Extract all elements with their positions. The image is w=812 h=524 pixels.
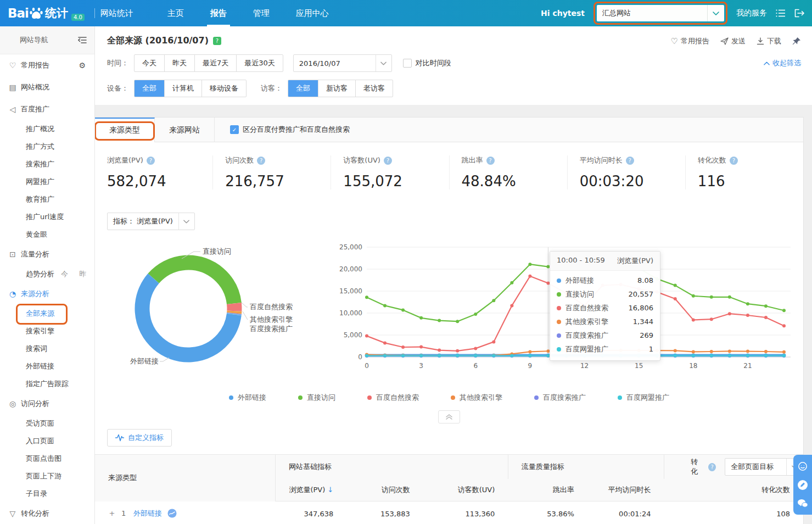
date-picker[interactable]: 2016/10/07 — [293, 54, 392, 72]
help-badge-icon[interactable]: ? — [213, 37, 221, 45]
topbar-nav-item[interactable]: 应用中心 — [296, 0, 329, 26]
tooltip-rows: 外部链接8.08直接访问20,557百度自然搜索16,806其他搜索引擎1,34… — [550, 271, 660, 360]
baidu-tongji-logo[interactable]: Bai 统计 4.0 网站统计 — [0, 5, 133, 21]
sidebar-item-趋势分析[interactable]: 趋势分析今 昨 — [0, 265, 94, 283]
report-list-icon[interactable] — [776, 9, 786, 18]
sidebar-item-推广方式[interactable]: 推广方式 — [0, 138, 94, 155]
help-icon[interactable]: ? — [626, 157, 634, 165]
logout-icon[interactable] — [794, 9, 804, 18]
hourly-trend-line-chart[interactable]: 05,00010,00015,00020,00025,0000369121518… — [337, 244, 793, 387]
metric-label-text: 跳出率 — [462, 155, 483, 165]
metric-label-text: 浏览量(PV) — [107, 155, 143, 165]
split-paid-organic-checkbox[interactable]: ✓ 区分百度付费推广和百度自然搜索 — [230, 118, 350, 142]
wechat-icon[interactable] — [797, 499, 808, 508]
legend-item-外部链接[interactable]: 外部链接 — [229, 393, 266, 403]
sidebar-item-子目录[interactable]: 子目录 — [0, 485, 94, 503]
sidebar-item-页面上下游[interactable]: 页面上下游 — [0, 467, 94, 485]
quick-links[interactable]: 今 昨 — [61, 270, 91, 278]
sidebar-item-搜索推广[interactable]: 搜索推广 — [0, 155, 94, 173]
sidebar-item-页面点击图[interactable]: 页面点击图 — [0, 450, 94, 467]
conversion-goal-dropdown[interactable]: 全部页面目标 — [725, 458, 803, 476]
sidebar-item-外部链接[interactable]: 外部链接 — [0, 358, 94, 375]
legend-item-百度自然搜索[interactable]: 百度自然搜索 — [367, 393, 419, 403]
my-service-link[interactable]: 我的服务 — [736, 8, 767, 18]
topbar-nav-item[interactable]: 管理 — [253, 0, 270, 26]
tab-source-site[interactable]: 来源网站 — [155, 118, 215, 142]
legend-item-百度网盟推广[interactable]: 百度网盟推广 — [618, 393, 669, 403]
device-option-移动设备[interactable]: 移动设备 — [201, 80, 246, 97]
checkbox-checked[interactable]: ✓ — [230, 125, 239, 134]
visitor-option-老访客[interactable]: 老访客 — [355, 80, 393, 97]
chevron-down-icon[interactable] — [707, 5, 724, 21]
feedback-smiley-icon[interactable] — [798, 461, 808, 471]
time-option-最近30天[interactable]: 最近30天 — [236, 55, 283, 71]
checkbox-unchecked[interactable] — [403, 59, 412, 68]
survey-pencil-icon[interactable] — [797, 480, 808, 490]
sidebar-item-入口页面[interactable]: 入口页面 — [0, 432, 94, 450]
collapse-chart-button[interactable] — [438, 410, 460, 423]
topbar-nav: 主页报告管理应用中心 — [167, 0, 329, 26]
sidebar-section-网站概况[interactable]: ▤网站概况 — [0, 76, 94, 98]
help-icon[interactable]: ? — [147, 157, 155, 165]
topbar: Bai 统计 4.0 网站统计 主页报告管理应用中心 Hi chytest 汇总… — [0, 0, 812, 26]
sidebar-item-推广url速度[interactable]: 推广url速度 — [0, 208, 94, 226]
sidebar-section-来源分析[interactable]: ◔来源分析 — [0, 283, 94, 305]
sidebar-section-流量分析[interactable]: ⊡流量分析 — [0, 243, 94, 265]
download-report-button[interactable]: 下载 — [757, 36, 781, 46]
x-axis-tick: 0 — [365, 362, 369, 370]
send-report-button[interactable]: 发送 — [720, 36, 746, 46]
sidebar-item-网盟推广[interactable]: 网盟推广 — [0, 173, 94, 191]
tooltip-row-百度自然搜索: 百度自然搜索16,806 — [557, 301, 653, 315]
sidebar-section-访问分析[interactable]: ◎访问分析 — [0, 393, 94, 415]
topbar-nav-item[interactable]: 主页 — [167, 0, 184, 26]
visitor-option-全部[interactable]: 全部 — [288, 80, 318, 97]
expand-row-button[interactable]: + — [108, 509, 116, 517]
legend-item-直接访问[interactable]: 直接访问 — [298, 393, 335, 403]
help-icon[interactable]: ? — [730, 157, 738, 165]
pin-report-icon[interactable] — [792, 37, 801, 46]
sidebar-item-指定广告跟踪[interactable]: 指定广告跟踪 — [0, 375, 94, 393]
metric-dropdown[interactable]: 指标：浏览量(PV) — [107, 213, 195, 230]
help-icon[interactable]: ? — [384, 157, 392, 165]
visitor-option-新访客[interactable]: 新访客 — [318, 80, 355, 97]
legend-item-百度搜索推广[interactable]: 百度搜索推广 — [534, 393, 586, 403]
favorite-report-button[interactable]: ♡ 常用报告 — [671, 36, 709, 46]
help-icon[interactable]: ? — [257, 157, 265, 165]
device-option-计算机[interactable]: 计算机 — [164, 80, 201, 97]
metric-label-text: 访客数(UV) — [343, 155, 380, 165]
sort-desc-icon[interactable]: ↓ — [327, 486, 333, 494]
custom-metrics-button[interactable]: 自定义指标 — [107, 429, 172, 447]
time-option-今天[interactable]: 今天 — [135, 55, 164, 71]
sidebar-item-黄金眼[interactable]: 黄金眼 — [0, 226, 94, 243]
sidebar-section-百度推广[interactable]: ◁百度推广 — [0, 98, 94, 120]
source-share-donut-chart[interactable]: 直接访问百度自然搜索其他搜索引擎百度搜索推广外部链接 — [106, 244, 337, 387]
metric-label: 访客数(UV)? — [343, 155, 449, 165]
time-filter-label: 时间： — [107, 58, 128, 68]
sidebar-section-转化分析[interactable]: ▽转化分析 — [0, 503, 94, 524]
sidebar-section-常用报告[interactable]: ♡常用报告⚙ — [0, 54, 94, 76]
collapse-filters-link[interactable]: 收起筛选 — [764, 58, 801, 68]
sidebar-item-搜索词[interactable]: 搜索词 — [0, 340, 94, 358]
sidebar-item-受访页面[interactable]: 受访页面 — [0, 415, 94, 432]
tab-source-type[interactable]: 来源类型 — [95, 118, 155, 142]
sidebar-item-搜索引擎[interactable]: 搜索引擎 — [0, 322, 94, 340]
help-icon[interactable]: ? — [486, 157, 495, 165]
trend-chart-icon[interactable] — [167, 509, 177, 518]
time-filter-row: 时间： 今天昨天最近7天最近30天 2016/10/07 对比时间段 — [107, 54, 812, 72]
device-option-全部[interactable]: 全部 — [135, 80, 164, 97]
sidebar-item-全部来源[interactable]: 全部来源 — [0, 305, 94, 322]
sidebar-item-label: 教育推广 — [26, 195, 54, 203]
sidebar-item-推广概况[interactable]: 推广概况 — [0, 120, 94, 138]
time-option-最近7天[interactable]: 最近7天 — [194, 55, 236, 71]
sidebar-item-教育推广[interactable]: 教育推广 — [0, 191, 94, 208]
topbar-nav-item[interactable]: 报告 — [210, 0, 227, 26]
source-name-link[interactable]: 外部链接 — [133, 509, 162, 519]
collapse-sidebar-icon[interactable] — [78, 36, 87, 44]
gear-icon[interactable]: ⚙ — [79, 61, 86, 70]
column-header-浏览量(PV)[interactable]: 浏览量(PV)↓ — [276, 479, 347, 501]
time-option-昨天[interactable]: 昨天 — [164, 55, 194, 71]
site-selector-dropdown[interactable]: 汇总网站 — [597, 5, 724, 21]
help-icon[interactable]: ? — [708, 463, 716, 471]
compare-period-checkbox[interactable]: 对比时间段 — [403, 58, 451, 68]
legend-item-其他搜索引擎[interactable]: 其他搜索引擎 — [451, 393, 502, 403]
